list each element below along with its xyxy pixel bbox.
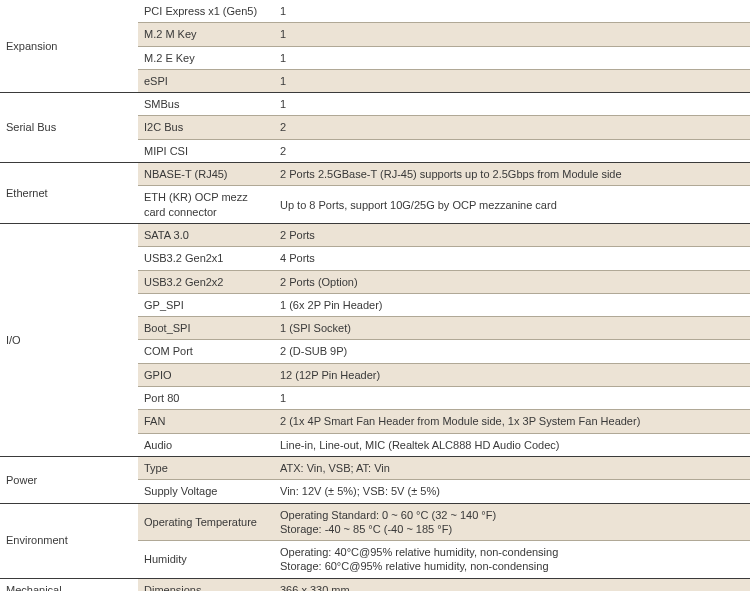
spec-name-cell: GPIO [138,363,274,386]
spec-name-cell: ETH (KR) OCP mezz card connector [138,186,274,224]
spec-value-cell: 2 (1x 4P Smart Fan Header from Module si… [274,410,750,433]
spec-value-cell: 1 (SPI Socket) [274,317,750,340]
spec-name-cell: MIPI CSI [138,139,274,162]
spec-value-cell: Operating: 40°C@95% relative humidity, n… [274,541,750,579]
spec-name-cell: M.2 M Key [138,23,274,46]
table-row: PowerTypeATX: Vin, VSB; AT: Vin [0,456,750,479]
spec-value-cell: Up to 8 Ports, support 10G/25G by OCP me… [274,186,750,224]
spec-value-cell: 1 [274,46,750,69]
spec-name-cell: NBASE-T (RJ45) [138,163,274,186]
spec-value-cell: ATX: Vin, VSB; AT: Vin [274,456,750,479]
category-cell: Environment [0,503,138,578]
spec-value-cell: 2 [274,116,750,139]
spec-name-cell: Port 80 [138,387,274,410]
table-row: EnvironmentOperating TemperatureOperatin… [0,503,750,541]
spec-name-cell: GP_SPI [138,293,274,316]
spec-value-cell: Vin: 12V (± 5%); VSB: 5V (± 5%) [274,480,750,503]
spec-name-cell: PCI Express x1 (Gen5) [138,0,274,23]
spec-value-cell: 1 [274,23,750,46]
spec-value-cell: 2 [274,139,750,162]
spec-value-cell: 2 Ports 2.5GBase-T (RJ-45) supports up t… [274,163,750,186]
spec-value-cell: Operating Standard: 0 ~ 60 °C (32 ~ 140 … [274,503,750,541]
spec-name-cell: eSPI [138,69,274,92]
spec-name-cell: COM Port [138,340,274,363]
spec-name-cell: Type [138,456,274,479]
table-row: I/OSATA 3.02 Ports [0,223,750,246]
table-row: ExpansionPCI Express x1 (Gen5)1 [0,0,750,23]
spec-value-cell: 1 [274,0,750,23]
spec-name-cell: I2C Bus [138,116,274,139]
spec-name-cell: M.2 E Key [138,46,274,69]
table-row: MechanicalDimensions366 x 330 mm [0,578,750,591]
spec-name-cell: Supply Voltage [138,480,274,503]
spec-name-cell: USB3.2 Gen2x2 [138,270,274,293]
spec-name-cell: SMBus [138,93,274,116]
spec-value-cell: 1 [274,387,750,410]
spec-name-cell: Audio [138,433,274,456]
category-cell: Power [0,456,138,503]
category-cell: Mechanical [0,578,138,591]
spec-name-cell: Dimensions [138,578,274,591]
spec-name-cell: Humidity [138,541,274,579]
spec-value-cell: 2 Ports (Option) [274,270,750,293]
spec-value-cell: 4 Ports [274,247,750,270]
spec-value-cell: 2 (D-SUB 9P) [274,340,750,363]
category-cell: Ethernet [0,163,138,224]
spec-value-cell: 1 (6x 2P Pin Header) [274,293,750,316]
category-cell: I/O [0,223,138,456]
spec-value-cell: 2 Ports [274,223,750,246]
spec-table: ExpansionPCI Express x1 (Gen5)1M.2 M Key… [0,0,750,591]
table-row: Serial BusSMBus1 [0,93,750,116]
table-row: EthernetNBASE-T (RJ45)2 Ports 2.5GBase-T… [0,163,750,186]
category-cell: Expansion [0,0,138,93]
spec-value-cell: Line-in, Line-out, MIC (Realtek ALC888 H… [274,433,750,456]
spec-name-cell: Boot_SPI [138,317,274,340]
spec-value-cell: 12 (12P Pin Header) [274,363,750,386]
category-cell: Serial Bus [0,93,138,163]
spec-name-cell: USB3.2 Gen2x1 [138,247,274,270]
spec-name-cell: Operating Temperature [138,503,274,541]
spec-name-cell: SATA 3.0 [138,223,274,246]
spec-name-cell: FAN [138,410,274,433]
spec-value-cell: 1 [274,69,750,92]
spec-value-cell: 366 x 330 mm [274,578,750,591]
spec-value-cell: 1 [274,93,750,116]
